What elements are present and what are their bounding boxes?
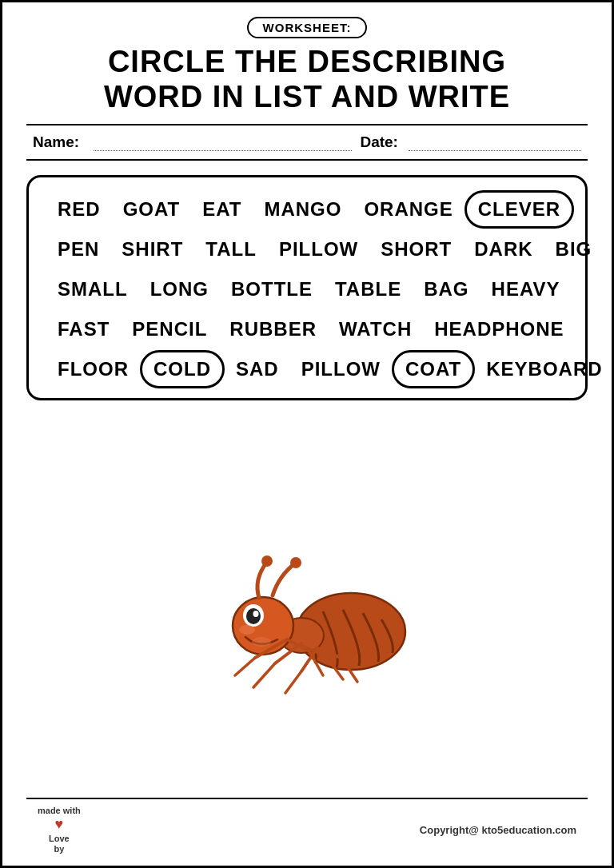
word-fast: FAST (46, 310, 121, 348)
word-box: REDGOATEATMANGOORANGECLEVERPENSHIRTTALLP… (26, 175, 588, 400)
svg-point-8 (253, 611, 259, 617)
word-rubber: RUBBER (218, 310, 328, 348)
svg-point-11 (261, 555, 273, 567)
word-small: SMALL (46, 270, 139, 309)
word-pillow: PILLOW (268, 230, 369, 269)
word-keyboard: KEYBOARD (475, 350, 613, 388)
word-floor: FLOOR (46, 350, 140, 388)
worksheet-label: WORKSHEET: (247, 17, 368, 38)
love-text: Love (49, 834, 70, 844)
word-cold: COLD (140, 350, 225, 388)
word-tall: TALL (194, 230, 268, 269)
word-row-1: PENSHIRTTALLPILLOWSHORTDARKBIG (46, 230, 568, 269)
word-orange: ORANGE (353, 190, 464, 229)
word-big: BIG (544, 230, 604, 269)
word-sad: SAD (225, 350, 290, 388)
heart-icon: ♥ (55, 816, 64, 834)
word-mango: MANGO (253, 190, 353, 229)
word-clever: CLEVER (464, 190, 574, 229)
word-pillow: PILLOW (290, 350, 392, 388)
name-date-row: Name: Date: (26, 124, 588, 161)
word-pencil: PENCIL (121, 310, 218, 348)
svg-line-16 (253, 663, 275, 687)
word-watch: WATCH (328, 310, 423, 348)
word-goat: GOAT (112, 190, 192, 229)
word-row-2: SMALLLONGBOTTLETABLEBAGHEAVY (46, 270, 568, 309)
svg-point-7 (246, 608, 261, 624)
word-bottle: BOTTLE (220, 270, 324, 309)
worksheet-page: WORKSHEET: CIRCLE THE DESCRIBING WORD IN… (0, 0, 614, 868)
footer: made with ♥ Love by Copyright@ kto5educa… (26, 798, 588, 858)
svg-point-10 (252, 637, 271, 647)
word-bag: BAG (413, 270, 480, 309)
main-title: CIRCLE THE DESCRIBING WORD IN LIST AND W… (104, 45, 510, 114)
word-shirt: SHIRT (110, 230, 194, 269)
svg-line-18 (285, 671, 301, 693)
made-with-love: made with ♥ Love by (38, 806, 81, 854)
word-row-0: REDGOATEATMANGOORANGECLEVER (46, 190, 568, 229)
word-row-3: FASTPENCILRUBBERWATCHHEADPHONE (46, 310, 568, 348)
made-with-text: made with (38, 806, 81, 816)
date-input-line (409, 137, 581, 151)
name-label: Name: (33, 133, 89, 151)
word-headphone: HEADPHONE (423, 310, 575, 348)
word-red: RED (46, 190, 112, 229)
name-input-line (94, 137, 352, 151)
word-long: LONG (139, 270, 220, 309)
date-label: Date: (360, 133, 404, 151)
ant-svg (183, 516, 431, 699)
svg-point-9 (239, 625, 255, 635)
word-heavy: HEAVY (480, 270, 572, 309)
copyright-text: Copyright@ kto5education.com (420, 824, 576, 836)
svg-point-12 (290, 557, 301, 568)
svg-line-14 (235, 658, 255, 675)
word-short: SHORT (369, 230, 463, 269)
ant-illustration (26, 408, 588, 797)
word-dark: DARK (463, 230, 544, 269)
by-text: by (54, 844, 64, 854)
word-row-4: FLOORCOLDSADPILLOWCOATKEYBOARD (46, 350, 568, 388)
word-table: TABLE (324, 270, 413, 309)
word-coat: COAT (392, 350, 475, 388)
word-pen: PEN (46, 230, 110, 269)
word-eat: EAT (191, 190, 253, 229)
